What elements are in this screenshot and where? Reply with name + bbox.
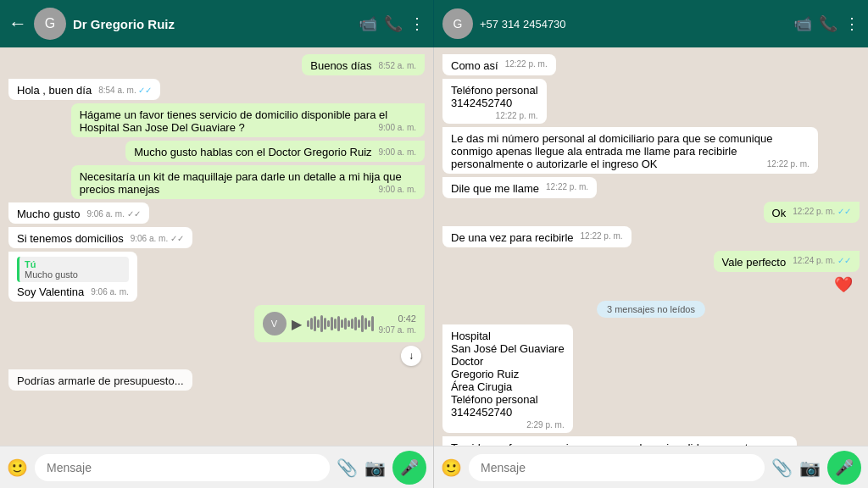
scroll-indicator[interactable]: ↓ [401, 346, 421, 366]
right-header: G +57 314 2454730 📹 📞 ⋮ [434, 0, 868, 47]
msg-text: Hola , buen día [17, 84, 92, 97]
msg-text: Mucho gusto [17, 208, 80, 220]
attach-icon[interactable]: 📎 [337, 458, 358, 478]
msg-text: Dile que me llame [451, 182, 539, 195]
message-ok: Ok 12:22 p. m. ✓✓ [764, 202, 860, 223]
msg-time: 12:22 p. m. [767, 159, 810, 169]
message-pedido-pendiente: Te pido por favor me avises apenas salga… [442, 436, 797, 446]
right-camera-icon[interactable]: 📷 [799, 458, 821, 478]
msg-time: 12:22 p. m. [546, 182, 588, 191]
message-como-asi: Como así 12:22 p. m. [442, 54, 556, 75]
call-icon[interactable]: 📞 [384, 14, 403, 33]
message-domicilio-question: Hágame un favor tienes servicio de domic… [71, 103, 425, 137]
msg-text: HospitalSan José Del GuaviareDoctorGrego… [451, 330, 565, 419]
msg-time: 8:54 a. m. ✓✓ [98, 86, 152, 95]
msg-time: 8:52 a. m. [379, 61, 416, 70]
msg-time: 12:22 p. m. ✓✓ [793, 207, 851, 216]
unread-divider: 3 mensajes no leídos [597, 301, 705, 318]
mic-button[interactable]: 🎤 [392, 451, 426, 485]
msg-text: Teléfono personal3142452740 [451, 84, 538, 109]
right-phone-number: +57 314 2454730 [480, 18, 787, 30]
msg-time: 12:22 p. m. [581, 231, 623, 241]
left-input-bar: 🙂 📎 📷 🎤 [0, 446, 433, 488]
msg-time: 9:00 a. m. [379, 123, 416, 132]
message-buenos-dias: Buenos días 8:52 a. m. [302, 54, 425, 75]
message-hola-buen-dia: Hola , buen día 8:54 a. m. ✓✓ [8, 79, 160, 100]
message-kit-maquillaje: Necesitaría un kit de maquillaje para da… [71, 165, 425, 199]
msg-text: Podrías armarle de presupuesto... [17, 374, 184, 387]
msg-text: Soy Valentina [17, 286, 84, 298]
right-video-icon[interactable]: 📹 [793, 14, 812, 33]
right-messages-area: Como así 12:22 p. m. Teléfono personal31… [434, 47, 868, 488]
message-hospital-card: HospitalSan José Del GuaviareDoctorGrego… [442, 324, 573, 433]
right-mic-button[interactable]: 🎤 [827, 451, 861, 485]
message-input[interactable] [35, 454, 330, 481]
msg-text: Como así [451, 59, 498, 72]
right-call-icon[interactable]: 📞 [819, 14, 837, 33]
waveform [307, 313, 374, 334]
msg-text: Hágame un favor tienes servicio de domic… [80, 108, 387, 134]
left-header: ← G Dr Gregorio Ruiz 📹 📞 ⋮ [0, 0, 434, 47]
message-soy-valentina: Tú Mucho gusto Soy Valentina 9:06 a. m. [8, 252, 137, 302]
message-mucho-gusto-intro: Mucho gusto hablas con el Doctor Gregori… [125, 141, 425, 162]
quote-block: Tú Mucho gusto [17, 257, 129, 282]
msg-time: 12:24 p. m. ✓✓ [793, 256, 851, 265]
message-dile-llame: Dile que me llame 12:22 p. m. [442, 177, 597, 198]
msg-time: 9:00 a. m. [379, 147, 416, 157]
msg-time: 12:22 p. m. [505, 59, 548, 69]
message-si-tenemos: Si tenemos domicilios 9:06 a. m. ✓✓ [8, 227, 192, 248]
right-input-bar: 🙂 📎 📷 🎤 [434, 446, 868, 488]
right-attach-icon[interactable]: 📎 [771, 458, 793, 478]
message-presupuesto-partial: Podrías armarle de presupuesto... [8, 369, 192, 391]
message-de-una-vez: De una vez para recibirle 12:22 p. m. [442, 226, 632, 247]
message-mucho-gusto-reply: Mucho gusto 9:06 a. m. ✓✓ [8, 202, 149, 224]
msg-time: 9:06 a. m. [91, 287, 128, 297]
msg-text: Buenos días [310, 59, 371, 72]
back-button[interactable]: ← [8, 13, 27, 35]
msg-text: Si tenemos domicilios [17, 232, 124, 245]
more-options-icon[interactable]: ⋮ [409, 14, 425, 33]
msg-text: De una vez para recibirle [451, 231, 574, 244]
msg-time: 9:06 a. m. ✓✓ [86, 209, 140, 219]
msg-time: 9:06 a. m. ✓✓ [131, 234, 184, 243]
right-message-input[interactable] [469, 454, 765, 481]
right-emoji-icon[interactable]: 🙂 [441, 458, 462, 478]
msg-time: 9:00 a. m. [379, 185, 416, 194]
msg-text: Vale perfecto [722, 256, 787, 269]
video-call-icon[interactable]: 📹 [359, 14, 377, 33]
heart-emoji: ❤️ [834, 275, 853, 294]
msg-time: 2:29 p. m. [526, 420, 564, 430]
message-vale-perfecto: Vale perfecto 12:24 p. m. ✓✓ [714, 251, 860, 272]
avatar-small: V [263, 312, 287, 336]
audio-duration: 0:42 [398, 313, 416, 324]
quote-text: Mucho gusto [25, 269, 124, 280]
emoji-icon[interactable]: 🙂 [7, 458, 28, 478]
msg-time: 12:22 p. m. [496, 111, 538, 120]
msg-text: Le das mi número personal al domiciliari… [451, 132, 772, 170]
audio-time: 9:07 a. m. [379, 325, 416, 335]
avatar: G [34, 8, 66, 40]
audio-message: V ▶ [254, 305, 425, 342]
play-button[interactable]: ▶ [292, 316, 302, 332]
quote-name: Tú [25, 259, 124, 269]
message-domiciliario: Le das mi número personal al domiciliari… [442, 127, 818, 174]
msg-text: Necesitaría un kit de maquillaje para da… [80, 170, 402, 196]
camera-icon[interactable]: 📷 [364, 458, 386, 478]
msg-text: Mucho gusto hablas con el Doctor Gregori… [134, 146, 371, 158]
contact-name: Dr Gregorio Ruiz [73, 17, 352, 31]
msg-text: Ok [772, 207, 787, 219]
right-more-icon[interactable]: ⋮ [844, 14, 860, 33]
message-telefono-personal: Teléfono personal3142452740 12:22 p. m. [442, 79, 547, 124]
left-messages-area: Buenos días 8:52 a. m. Hola , buen día 8… [0, 47, 434, 488]
right-avatar: G [442, 8, 473, 39]
